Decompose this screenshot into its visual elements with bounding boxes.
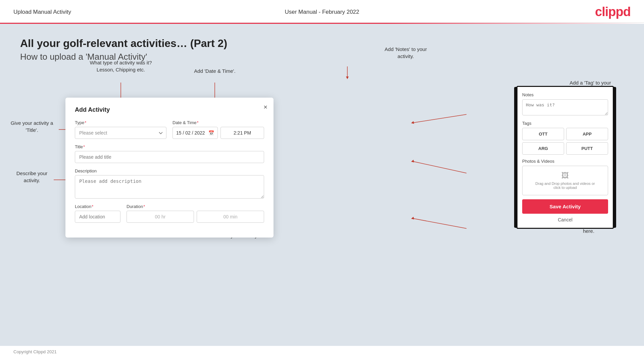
date-time-inputs: 15 / 02 / 2022 📅 <box>172 127 264 139</box>
location-duration-row: Location* Duration* <box>75 204 264 223</box>
required-star-dt: * <box>197 120 199 125</box>
type-select[interactable]: Please select <box>75 127 166 139</box>
required-star-loc: * <box>92 204 93 209</box>
datetime-label: Date & Time* <box>172 120 264 125</box>
annotation-notes: Add 'Notes' to your activity. <box>369 46 443 60</box>
photos-section-label: Photos & Videos <box>522 159 608 164</box>
title-input[interactable] <box>75 151 264 163</box>
location-input[interactable] <box>75 211 120 223</box>
annotation-activity-type: What type of activity was it? Lesson, Ch… <box>84 59 158 73</box>
description-label: Description <box>75 168 264 173</box>
notes-section-label: Notes <box>522 92 608 97</box>
main-heading: All your golf-relevant activities… (Part… <box>20 37 624 50</box>
notes-textarea[interactable] <box>522 99 608 115</box>
duration-min-input[interactable] <box>197 211 264 223</box>
date-input[interactable]: 15 / 02 / 2022 📅 <box>172 127 218 139</box>
duration-hr-input[interactable] <box>127 211 194 223</box>
svg-marker-13 <box>346 76 349 79</box>
svg-marker-17 <box>411 160 414 162</box>
photo-drop-text: Drag and Drop photos and videos or click… <box>535 182 595 190</box>
location-group: Location* <box>75 204 120 223</box>
tags-section-label: Tags <box>522 121 608 126</box>
title-group: Title* <box>75 144 264 163</box>
close-button[interactable]: × <box>263 104 267 110</box>
required-star: * <box>85 120 86 125</box>
datetime-group: Date & Time* 15 / 02 / 2022 📅 <box>172 120 264 139</box>
dialog-wrapper: Add Activity × Type* Please select Date … <box>65 98 274 238</box>
add-activity-dialog: Add Activity × Type* Please select Date … <box>65 98 274 238</box>
type-group: Type* Please select <box>75 120 166 139</box>
photo-icon: 🖼 <box>561 171 569 180</box>
tag-arg[interactable]: ARG <box>522 142 564 155</box>
annotation-describe: Describe your activity. <box>3 170 60 184</box>
svg-line-14 <box>413 114 466 123</box>
save-activity-button[interactable]: Save Activity <box>522 199 608 214</box>
required-star-dur: * <box>143 204 145 209</box>
annotation-date-time: Add 'Date & Time'. <box>181 67 248 74</box>
photo-drop-area[interactable]: 🖼 Drag and Drop photos and videos or cli… <box>522 166 608 195</box>
time-input[interactable] <box>220 127 264 139</box>
duration-group: Duration* <box>127 204 264 223</box>
tag-ott[interactable]: OTT <box>522 128 564 140</box>
main-content: All your golf-relevant activities… (Part… <box>0 24 644 346</box>
svg-marker-15 <box>411 121 414 124</box>
logo: clippd <box>595 5 631 19</box>
annotation-title: Give your activity a 'Title'. <box>3 119 60 134</box>
location-label: Location* <box>75 204 120 209</box>
type-datetime-row: Type* Please select Date & Time* 15 / 02… <box>75 120 264 139</box>
cancel-link[interactable]: Cancel <box>522 217 608 222</box>
svg-line-16 <box>413 161 466 173</box>
dialog-title: Add Activity <box>75 106 264 113</box>
duration-label: Duration* <box>127 204 264 209</box>
page-title: Upload Manual Activity <box>13 9 71 15</box>
copyright: Copyright Clippd 2021 <box>0 346 644 358</box>
calendar-icon: 📅 <box>208 130 214 136</box>
svg-line-18 <box>413 218 466 228</box>
mobile-panel: Notes Tags OTT APP ARG PUTT Photos & Vid… <box>516 86 614 229</box>
description-textarea[interactable] <box>75 175 264 199</box>
duration-inputs <box>127 211 264 223</box>
svg-marker-19 <box>411 217 414 219</box>
required-star-title: * <box>83 144 85 149</box>
mobile-screen: Notes Tags OTT APP ARG PUTT Photos & Vid… <box>516 86 614 229</box>
title-field-label: Title* <box>75 144 264 149</box>
description-group: Description <box>75 168 264 199</box>
tags-grid: OTT APP ARG PUTT <box>522 128 608 155</box>
top-bar: Upload Manual Activity User Manual - Feb… <box>0 0 644 23</box>
type-label: Type* <box>75 120 166 125</box>
mobile-left-bar <box>514 87 517 228</box>
mobile-right-bar <box>613 87 616 228</box>
tag-putt[interactable]: PUTT <box>566 142 608 155</box>
document-title: User Manual - February 2022 <box>285 9 359 15</box>
tag-app[interactable]: APP <box>566 128 608 140</box>
